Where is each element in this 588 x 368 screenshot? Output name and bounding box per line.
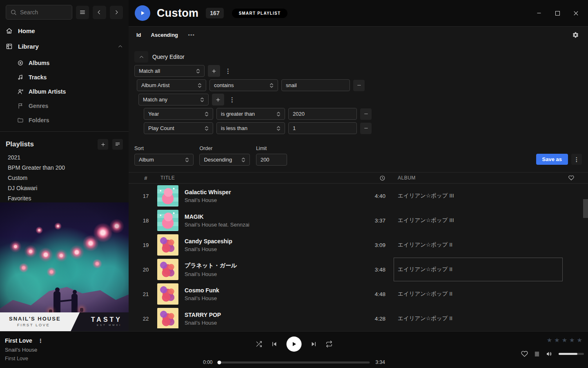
now-playing-kebab-icon[interactable]: ⋮ — [38, 338, 43, 344]
star-icon[interactable]: ★ — [554, 337, 559, 344]
volume-icon[interactable] — [546, 350, 553, 357]
track-artist[interactable]: Snail’s House — [185, 320, 351, 326]
save-as-button[interactable]: Save as — [536, 154, 568, 165]
playlist-item[interactable]: Custom — [0, 173, 129, 183]
duration-clock-icon[interactable] — [351, 175, 385, 181]
nav-forward-button[interactable] — [110, 6, 123, 19]
track-album[interactable]: エイリアン☆ポップ III — [398, 217, 454, 224]
star-icon[interactable]: ★ — [577, 337, 582, 344]
column-index[interactable]: # — [134, 175, 157, 181]
playlist-list-button[interactable] — [112, 139, 123, 150]
now-playing-title[interactable]: First Love — [5, 337, 32, 344]
rule-operator-select[interactable]: contains — [209, 79, 278, 91]
playlist-item[interactable]: 2021 — [0, 152, 129, 162]
track-album[interactable]: エイリアン☆ポップ III — [398, 192, 454, 200]
match-type-select[interactable]: Match any — [138, 94, 209, 105]
table-row[interactable]: 22 STARRY POP Snail’s House 4:28 エイリアン☆ポ… — [129, 306, 588, 328]
add-playlist-button[interactable] — [98, 139, 108, 150]
sort-field-button[interactable]: Id — [136, 32, 141, 38]
track-album[interactable]: エイリアン☆ポップ II — [398, 315, 452, 322]
sidebar-item-albums[interactable]: Albums — [0, 56, 129, 70]
table-row[interactable]: 19 Candy Spaceship Snail’s House 3:09 エイ… — [129, 233, 588, 257]
rule-operator-select[interactable]: is less than — [216, 122, 285, 134]
favorite-heart-icon[interactable] — [565, 175, 577, 181]
add-rule-button[interactable] — [212, 94, 224, 105]
scrollbar-thumb[interactable] — [583, 199, 588, 218]
table-row[interactable]: 18 MAGIK Snail’s House feat. Sennzai 3:3… — [129, 208, 588, 233]
sidebar-item-home[interactable]: Home — [0, 23, 129, 38]
rule-value-input[interactable] — [288, 108, 357, 120]
group-kebab-icon[interactable]: ⋮ — [223, 67, 233, 75]
track-album[interactable]: エイリアン☆ポップ II — [398, 290, 452, 298]
flag-icon — [17, 103, 24, 109]
nav-back-button[interactable] — [93, 6, 106, 19]
play-pause-button[interactable] — [287, 337, 302, 352]
save-kebab-icon[interactable]: ⋮ — [571, 154, 582, 165]
previous-button[interactable] — [272, 341, 278, 347]
group-kebab-icon[interactable]: ⋮ — [227, 96, 237, 103]
now-playing-album[interactable]: First Love — [5, 355, 43, 361]
search-box[interactable] — [6, 5, 72, 20]
rule-value-input[interactable] — [288, 122, 357, 134]
rule-field-select[interactable]: Play Count — [144, 122, 213, 134]
search-input[interactable] — [20, 9, 68, 16]
rule-operator-select[interactable]: is greater than — [216, 108, 285, 120]
sidebar-item-genres[interactable]: Genres — [0, 99, 129, 113]
seek-bar[interactable] — [218, 361, 370, 364]
track-number: 22 — [134, 316, 157, 322]
column-title[interactable]: TITLE — [157, 175, 351, 181]
menu-button[interactable] — [76, 6, 89, 19]
minimize-button[interactable] — [536, 10, 542, 16]
track-artist[interactable]: Snail’s House — [185, 295, 351, 301]
chevron-up-icon[interactable] — [118, 44, 123, 49]
playlist-item[interactable]: BPM Greater than 200 — [0, 162, 129, 173]
star-icon[interactable]: ★ — [569, 337, 575, 344]
table-row[interactable]: 20 プラネット・ガール Snail’s House 3:48 エイリアン☆ポッ… — [129, 257, 588, 282]
more-options-icon[interactable]: ⋯ — [188, 31, 195, 39]
track-artist[interactable]: Snail’s House feat. Sennzai — [185, 222, 351, 228]
column-album[interactable]: ALBUM — [385, 173, 565, 183]
repeat-button[interactable] — [326, 341, 333, 348]
remove-rule-button[interactable] — [353, 80, 365, 91]
rule-field-select[interactable]: Year — [144, 108, 213, 120]
maximize-button[interactable] — [554, 10, 561, 16]
table-row[interactable]: 17 Galactic Whisper Snail’s House 4:40 エ… — [129, 184, 588, 208]
collapse-query-editor-button[interactable] — [134, 51, 148, 63]
favorite-heart-icon[interactable] — [521, 350, 528, 357]
track-artist[interactable]: Snail’s House — [185, 246, 351, 252]
next-button[interactable] — [311, 341, 317, 347]
track-artist[interactable]: Snail’s House — [185, 271, 351, 277]
star-icon[interactable]: ★ — [547, 337, 552, 344]
sidebar-item-folders[interactable]: Folders — [0, 113, 129, 127]
remove-rule-button[interactable] — [360, 108, 372, 120]
sidebar-item-library[interactable]: Library — [0, 38, 129, 54]
now-playing-artist[interactable]: Snail’s House — [5, 347, 43, 353]
play-playlist-button[interactable] — [135, 5, 150, 21]
now-playing-album-art[interactable]: SNAIL'S HOUSE FIRST LOVE TASTY EST MMXI — [0, 202, 129, 331]
queue-icon[interactable] — [534, 351, 540, 357]
track-artist[interactable]: Snail’s House — [185, 197, 351, 203]
table-row[interactable]: 21 Cosmo Funk Snail’s House 4:48 エイリアン☆ポ… — [129, 282, 588, 306]
close-button[interactable] — [572, 10, 579, 16]
sidebar-item-tracks[interactable]: Tracks — [0, 70, 129, 84]
seek-handle[interactable] — [218, 361, 221, 364]
rule-field-select[interactable]: Album Artist — [137, 79, 206, 91]
track-album[interactable]: エイリアン☆ポップ II — [398, 266, 452, 273]
order-select[interactable]: Descending — [199, 154, 250, 166]
settings-gear-icon[interactable] — [572, 31, 579, 38]
add-rule-button[interactable] — [208, 65, 220, 77]
sidebar-item-album-artists[interactable]: Album Artists — [0, 84, 129, 99]
playlist-item[interactable]: Favorites — [0, 193, 129, 203]
shuffle-button[interactable] — [256, 341, 263, 348]
sort-direction-button[interactable]: Ascending — [151, 32, 178, 38]
remove-rule-button[interactable] — [360, 123, 372, 134]
volume-slider[interactable] — [559, 353, 584, 355]
playlist-item[interactable]: DJ Okawari — [0, 183, 129, 193]
track-album[interactable]: エイリアン☆ポップ II — [398, 241, 452, 249]
rule-value-input[interactable] — [281, 79, 350, 91]
match-type-select[interactable]: Match all — [134, 65, 205, 77]
sort-select[interactable]: Album — [134, 154, 194, 166]
limit-input[interactable] — [256, 154, 287, 166]
rating-stars[interactable]: ★ ★ ★ ★ ★ — [547, 337, 582, 344]
star-icon[interactable]: ★ — [562, 337, 567, 344]
